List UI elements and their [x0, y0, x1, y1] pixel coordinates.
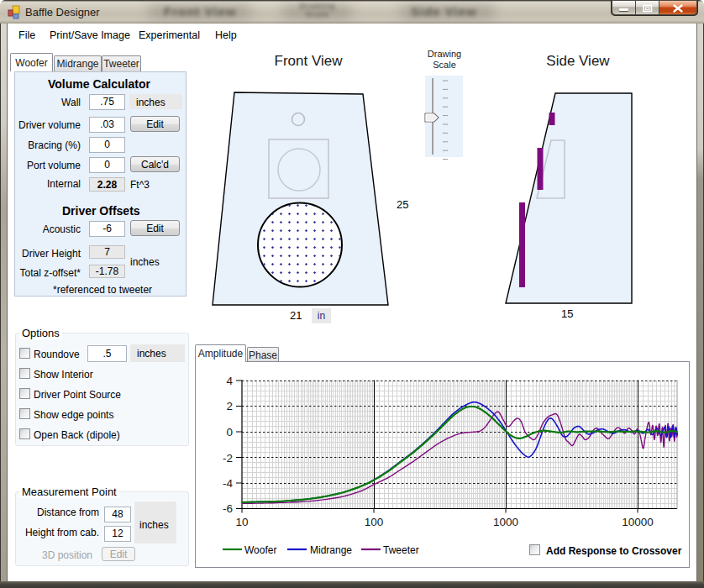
svg-text:10000: 10000 — [622, 516, 654, 528]
svg-text:100: 100 — [365, 516, 384, 528]
svg-text:1000: 1000 — [493, 516, 518, 528]
svg-text:-6: -6 — [223, 502, 233, 515]
svg-text:-4: -4 — [223, 477, 233, 490]
svg-text:4: 4 — [226, 375, 233, 387]
svg-text:2: 2 — [226, 400, 233, 412]
svg-text:0: 0 — [226, 426, 233, 438]
svg-text:-2: -2 — [223, 452, 233, 465]
svg-text:10: 10 — [235, 516, 248, 528]
